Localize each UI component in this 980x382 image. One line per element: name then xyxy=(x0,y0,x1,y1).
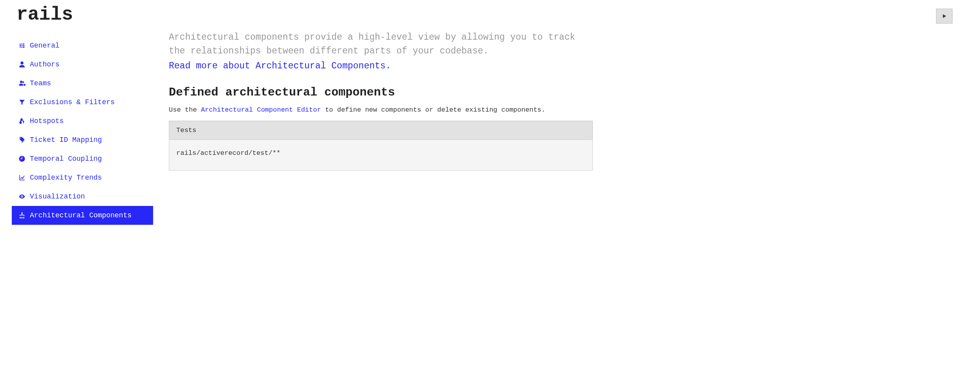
sub-text: Use the Architectural Component Editor t… xyxy=(169,106,593,114)
sidebar-item-label: Hotspots xyxy=(30,117,64,125)
sidebar: rails General Authors Teams xyxy=(12,4,153,225)
intro-block: Architectural components provide a high-… xyxy=(169,31,593,73)
sidebar-item-label: Architectural Components xyxy=(30,211,132,219)
sidebar-item-authors[interactable]: Authors xyxy=(12,55,153,74)
sidebar-item-exclusions-filters[interactable]: Exclusions & Filters xyxy=(12,93,153,112)
users-icon xyxy=(18,79,26,87)
tags-icon xyxy=(18,136,26,144)
clock-icon xyxy=(18,155,26,163)
sidebar-item-complexity-trends[interactable]: Complexity Trends xyxy=(12,168,153,187)
sidebar-item-label: Ticket ID Mapping xyxy=(30,136,102,144)
component-pattern: rails/activerecord/test/** xyxy=(169,140,592,170)
sidebar-item-visualization[interactable]: Visualization xyxy=(12,187,153,206)
nav-list: General Authors Teams Exclusions & Filte… xyxy=(12,36,153,225)
sub-prefix: Use the xyxy=(169,106,201,114)
fire-icon xyxy=(18,117,26,125)
main-content: Architectural components provide a high-… xyxy=(153,4,593,225)
sidebar-item-label: Visualization xyxy=(30,193,85,200)
play-button[interactable] xyxy=(936,9,953,24)
sidebar-item-ticket-id-mapping[interactable]: Ticket ID Mapping xyxy=(12,130,153,149)
sidebar-item-label: Teams xyxy=(30,79,51,87)
sidebar-item-architectural-components[interactable]: Architectural Components xyxy=(12,206,153,225)
sidebar-item-temporal-coupling[interactable]: Temporal Coupling xyxy=(12,149,153,168)
sidebar-item-teams[interactable]: Teams xyxy=(12,74,153,93)
sidebar-item-label: General xyxy=(30,42,60,50)
sidebar-item-general[interactable]: General xyxy=(12,36,153,55)
user-icon xyxy=(18,61,26,68)
sidebar-item-label: Temporal Coupling xyxy=(30,155,102,163)
sitemap-icon xyxy=(18,211,26,219)
filter-icon xyxy=(18,98,26,106)
component-header[interactable]: Tests xyxy=(169,121,592,140)
sidebar-item-label: Complexity Trends xyxy=(30,174,102,182)
sub-suffix: to define new components or delete exist… xyxy=(321,106,545,114)
architectural-component-editor-link[interactable]: Architectural Component Editor xyxy=(201,106,321,114)
sidebar-item-hotspots[interactable]: Hotspots xyxy=(12,112,153,130)
intro-text: Architectural components provide a high-… xyxy=(169,32,575,56)
chart-line-icon xyxy=(18,174,26,182)
page-title: rails xyxy=(12,4,153,25)
intro-link[interactable]: Read more about Architectural Components… xyxy=(169,59,593,73)
play-icon xyxy=(942,13,947,19)
component-box: Tests rails/activerecord/test/** xyxy=(169,121,593,171)
sliders-icon xyxy=(18,42,26,50)
section-heading: Defined architectural components xyxy=(169,86,593,99)
sidebar-item-label: Authors xyxy=(30,61,60,68)
eye-icon xyxy=(18,193,26,200)
sidebar-item-label: Exclusions & Filters xyxy=(30,98,115,106)
